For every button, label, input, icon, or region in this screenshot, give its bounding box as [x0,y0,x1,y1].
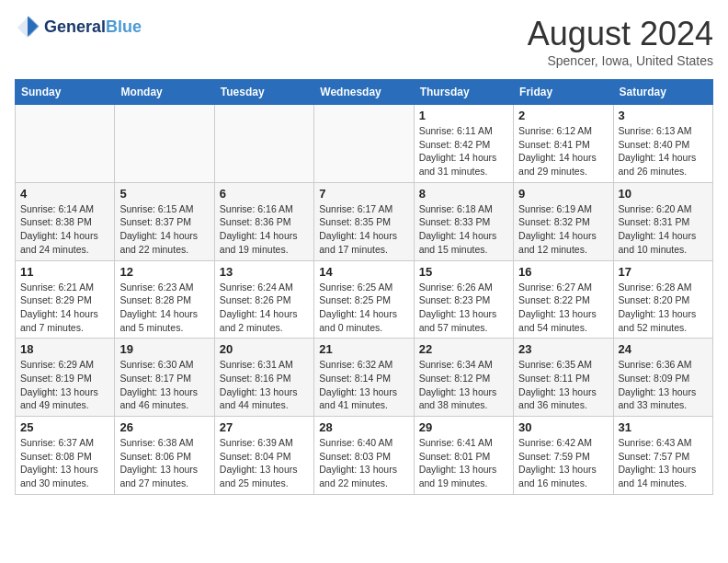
day-number: 30 [518,420,608,434]
month-title: August 2024 [528,15,713,53]
empty-day [314,105,414,183]
day-number: 8 [419,187,508,201]
calendar-day-31: 31Sunrise: 6:43 AM Sunset: 7:57 PM Dayli… [613,417,712,495]
day-number: 18 [20,342,109,356]
day-info: Sunrise: 6:37 AM Sunset: 8:08 PM Dayligh… [20,436,109,490]
calendar-day-19: 19Sunrise: 6:30 AM Sunset: 8:17 PM Dayli… [115,339,214,417]
calendar-day-13: 13Sunrise: 6:24 AM Sunset: 8:26 PM Dayli… [214,260,313,339]
calendar-day-2: 2Sunrise: 6:12 AM Sunset: 8:41 PM Daylig… [514,105,613,183]
calendar-table: SundayMondayTuesdayWednesdayThursdayFrid… [15,79,713,495]
day-number: 5 [119,187,209,201]
day-info: Sunrise: 6:34 AM Sunset: 8:12 PM Dayligh… [419,358,508,412]
day-info: Sunrise: 6:27 AM Sunset: 8:22 PM Dayligh… [518,281,608,335]
day-info: Sunrise: 6:35 AM Sunset: 8:11 PM Dayligh… [518,358,608,412]
day-info: Sunrise: 6:13 AM Sunset: 8:40 PM Dayligh… [619,124,708,178]
day-info: Sunrise: 6:25 AM Sunset: 8:25 PM Dayligh… [319,281,408,335]
calendar-day-16: 16Sunrise: 6:27 AM Sunset: 8:22 PM Dayli… [514,260,613,339]
weekday-header-friday: Friday [514,80,613,105]
day-number: 27 [220,420,309,434]
day-number: 9 [518,187,608,201]
calendar-day-1: 1Sunrise: 6:11 AM Sunset: 8:42 PM Daylig… [414,105,513,183]
title-block: August 2024 Spencer, Iowa, United States [528,15,713,68]
day-info: Sunrise: 6:31 AM Sunset: 8:16 PM Dayligh… [220,358,309,412]
calendar-day-3: 3Sunrise: 6:13 AM Sunset: 8:40 PM Daylig… [613,105,712,183]
day-number: 26 [119,420,209,434]
calendar-week-row: 25Sunrise: 6:37 AM Sunset: 8:08 PM Dayli… [16,417,713,495]
day-info: Sunrise: 6:21 AM Sunset: 8:29 PM Dayligh… [20,281,109,335]
calendar-week-row: 18Sunrise: 6:29 AM Sunset: 8:19 PM Dayli… [16,339,713,417]
day-number: 3 [619,109,708,122]
calendar-day-24: 24Sunrise: 6:36 AM Sunset: 8:09 PM Dayli… [613,339,712,417]
day-number: 25 [20,420,109,434]
day-number: 19 [119,342,209,356]
day-info: Sunrise: 6:43 AM Sunset: 7:57 PM Dayligh… [619,436,708,490]
day-number: 28 [319,420,408,434]
day-info: Sunrise: 6:14 AM Sunset: 8:38 PM Dayligh… [20,202,109,257]
day-number: 1 [419,109,508,122]
day-info: Sunrise: 6:24 AM Sunset: 8:26 PM Dayligh… [220,281,309,335]
weekday-header-wednesday: Wednesday [314,80,414,105]
day-number: 14 [319,265,408,279]
day-number: 13 [220,265,309,279]
calendar-day-28: 28Sunrise: 6:40 AM Sunset: 8:03 PM Dayli… [314,417,414,495]
day-info: Sunrise: 6:39 AM Sunset: 8:04 PM Dayligh… [220,436,309,490]
day-number: 15 [419,265,508,279]
calendar-day-18: 18Sunrise: 6:29 AM Sunset: 8:19 PM Dayli… [16,339,115,417]
empty-day [115,105,214,183]
weekday-header-sunday: Sunday [16,80,115,105]
calendar-day-23: 23Sunrise: 6:35 AM Sunset: 8:11 PM Dayli… [514,339,613,417]
calendar-day-30: 30Sunrise: 6:42 AM Sunset: 7:59 PM Dayli… [514,417,613,495]
calendar-day-25: 25Sunrise: 6:37 AM Sunset: 8:08 PM Dayli… [16,417,115,495]
empty-day [16,105,115,183]
page-header: GeneralBlue August 2024 Spencer, Iowa, U… [15,15,713,68]
day-number: 7 [319,187,408,201]
day-info: Sunrise: 6:26 AM Sunset: 8:23 PM Dayligh… [419,281,508,335]
day-number: 4 [20,187,109,201]
day-number: 16 [518,265,608,279]
day-info: Sunrise: 6:11 AM Sunset: 8:42 PM Dayligh… [419,124,508,178]
day-info: Sunrise: 6:40 AM Sunset: 8:03 PM Dayligh… [319,436,408,490]
day-number: 11 [20,265,109,279]
day-number: 22 [419,342,508,356]
calendar-day-22: 22Sunrise: 6:34 AM Sunset: 8:12 PM Dayli… [414,339,513,417]
day-number: 17 [619,265,708,279]
logo: GeneralBlue [15,15,142,40]
day-info: Sunrise: 6:38 AM Sunset: 8:06 PM Dayligh… [119,436,209,490]
calendar-day-14: 14Sunrise: 6:25 AM Sunset: 8:25 PM Dayli… [314,260,414,339]
day-info: Sunrise: 6:41 AM Sunset: 8:01 PM Dayligh… [419,436,508,490]
day-info: Sunrise: 6:20 AM Sunset: 8:31 PM Dayligh… [619,202,708,257]
weekday-header-thursday: Thursday [414,80,513,105]
day-info: Sunrise: 6:23 AM Sunset: 8:28 PM Dayligh… [119,281,209,335]
logo-text: GeneralBlue [44,18,142,37]
location: Spencer, Iowa, United States [528,53,713,68]
day-number: 10 [619,187,708,201]
day-number: 29 [419,420,508,434]
calendar-day-7: 7Sunrise: 6:17 AM Sunset: 8:35 PM Daylig… [314,182,414,260]
day-info: Sunrise: 6:16 AM Sunset: 8:36 PM Dayligh… [220,202,309,257]
calendar-day-6: 6Sunrise: 6:16 AM Sunset: 8:36 PM Daylig… [214,182,313,260]
logo-icon [15,15,40,40]
day-number: 12 [119,265,209,279]
empty-day [214,105,313,183]
day-info: Sunrise: 6:32 AM Sunset: 8:14 PM Dayligh… [319,358,408,412]
weekday-header-tuesday: Tuesday [214,80,313,105]
day-number: 21 [319,342,408,356]
day-number: 6 [220,187,309,201]
calendar-day-26: 26Sunrise: 6:38 AM Sunset: 8:06 PM Dayli… [115,417,214,495]
calendar-day-11: 11Sunrise: 6:21 AM Sunset: 8:29 PM Dayli… [16,260,115,339]
day-info: Sunrise: 6:36 AM Sunset: 8:09 PM Dayligh… [619,358,708,412]
calendar-day-9: 9Sunrise: 6:19 AM Sunset: 8:32 PM Daylig… [514,182,613,260]
calendar-day-10: 10Sunrise: 6:20 AM Sunset: 8:31 PM Dayli… [613,182,712,260]
calendar-week-row: 11Sunrise: 6:21 AM Sunset: 8:29 PM Dayli… [16,260,713,339]
day-info: Sunrise: 6:15 AM Sunset: 8:37 PM Dayligh… [119,202,209,257]
calendar-week-row: 1Sunrise: 6:11 AM Sunset: 8:42 PM Daylig… [16,105,713,183]
day-number: 31 [619,420,708,434]
day-number: 2 [518,109,608,122]
weekday-header-saturday: Saturday [613,80,712,105]
day-number: 20 [220,342,309,356]
day-info: Sunrise: 6:29 AM Sunset: 8:19 PM Dayligh… [20,358,109,412]
day-info: Sunrise: 6:28 AM Sunset: 8:20 PM Dayligh… [619,281,708,335]
day-number: 23 [518,342,608,356]
calendar-day-4: 4Sunrise: 6:14 AM Sunset: 8:38 PM Daylig… [16,182,115,260]
calendar-day-15: 15Sunrise: 6:26 AM Sunset: 8:23 PM Dayli… [414,260,513,339]
